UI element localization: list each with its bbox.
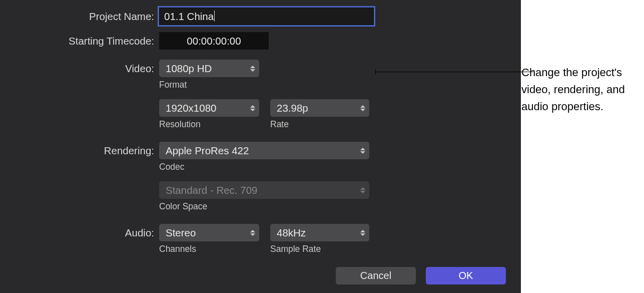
video-rate-sublabel: Rate <box>270 119 369 130</box>
rendering-label: Rendering: <box>0 142 159 157</box>
video-format-select[interactable]: 1080p HD <box>159 60 259 77</box>
project-settings-dialog: Project Name: 01.1 China Starting Timeco… <box>0 0 521 293</box>
project-name-value: 01.1 China <box>164 11 214 22</box>
chevron-updown-icon <box>250 104 255 112</box>
audio-samplerate-select[interactable]: 48kHz <box>270 224 369 241</box>
video-format-value: 1080p HD <box>166 63 212 75</box>
rendering-colorspace-select: Standard - Rec. 709 <box>159 181 369 199</box>
audio-samplerate-value: 48kHz <box>277 227 306 239</box>
project-name-input[interactable]: 01.1 China <box>159 8 374 25</box>
video-rate-value: 23.98p <box>277 102 308 114</box>
audio-channels-value: Stereo <box>166 227 196 239</box>
starting-timecode-value: 00:00:00:00 <box>187 35 241 47</box>
audio-channels-select[interactable]: Stereo <box>159 224 259 241</box>
rendering-colorspace-sublabel: Color Space <box>159 201 369 212</box>
chevron-updown-icon <box>360 229 365 237</box>
audio-samplerate-sublabel: Sample Rate <box>270 244 369 254</box>
video-resolution-select[interactable]: 1920x1080 <box>159 99 259 117</box>
starting-timecode-input[interactable]: 00:00:00:00 <box>159 32 269 50</box>
starting-timecode-label: Starting Timecode: <box>0 32 159 47</box>
chevron-updown-icon <box>360 104 365 112</box>
annotation-text: Change the project's video, rendering, a… <box>521 64 641 115</box>
chevron-updown-icon <box>250 65 255 73</box>
cancel-button[interactable]: Cancel <box>336 267 416 284</box>
dialog-button-row: Cancel OK <box>336 267 506 284</box>
video-label: Video: <box>0 60 159 75</box>
audio-label: Audio: <box>0 224 159 239</box>
chevron-updown-icon <box>360 147 365 155</box>
callout-line <box>375 72 533 72</box>
video-rate-select[interactable]: 23.98p <box>270 99 369 117</box>
rendering-colorspace-value: Standard - Rec. 709 <box>166 184 257 196</box>
video-format-sublabel: Format <box>159 80 259 90</box>
project-name-label: Project Name: <box>0 8 159 23</box>
video-resolution-value: 1920x1080 <box>166 102 216 114</box>
rendering-codec-select[interactable]: Apple ProRes 422 <box>159 142 369 159</box>
text-cursor-icon <box>214 11 215 22</box>
video-resolution-sublabel: Resolution <box>159 119 259 130</box>
chevron-updown-icon <box>360 186 365 194</box>
audio-channels-sublabel: Channels <box>159 244 259 254</box>
rendering-codec-value: Apple ProRes 422 <box>166 145 249 157</box>
ok-button[interactable]: OK <box>426 267 506 284</box>
chevron-updown-icon <box>250 229 255 237</box>
rendering-codec-sublabel: Codec <box>159 162 369 172</box>
